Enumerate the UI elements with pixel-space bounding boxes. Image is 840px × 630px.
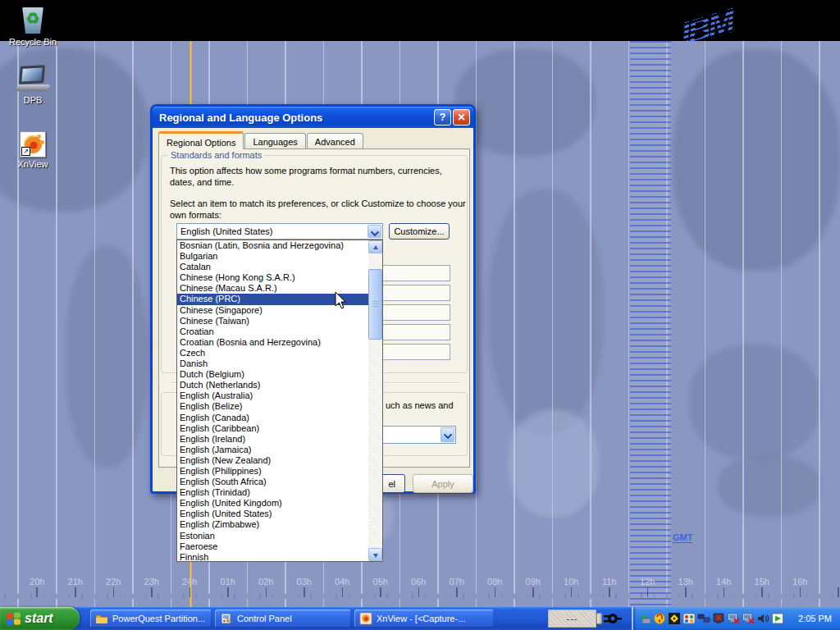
- timezone-label: 07h: [438, 577, 477, 587]
- combobox-dropdown-button[interactable]: [368, 225, 381, 238]
- tray-computer-disconnected-icon[interactable]: [727, 612, 741, 626]
- desktop-icon-recycle-bin[interactable]: ♻ Recycle Bin: [7, 4, 59, 47]
- language-list-item[interactable]: English (Belize): [177, 401, 368, 412]
- xnview-icon[interactable]: ↗: [20, 131, 46, 158]
- tray-network-computers-icon[interactable]: [697, 612, 711, 626]
- help-button[interactable]: ?: [434, 109, 451, 126]
- language-list-item[interactable]: Finnish: [177, 552, 368, 561]
- desktop-icon-dpb[interactable]: DPB: [7, 64, 59, 105]
- language-list-item[interactable]: English (Trinidad): [177, 487, 368, 498]
- location-text-fragment: uch as news and: [386, 400, 463, 412]
- apply-button: Apply: [413, 474, 473, 493]
- xnview-ray: [40, 140, 44, 144]
- tab-regional-options[interactable]: Regional Options: [158, 131, 244, 149]
- timezone-label: 04h: [323, 577, 362, 587]
- language-list-item[interactable]: Bulgarian: [177, 251, 368, 262]
- format-combobox-value: English (United States): [177, 226, 367, 236]
- task-label: Control Panel: [237, 614, 292, 623]
- language-list-item[interactable]: English (Ireland): [177, 434, 368, 445]
- timezone-label: 20h: [18, 577, 57, 587]
- timezone-label: 12h: [628, 577, 667, 587]
- scrollbar-thumb[interactable]: [368, 269, 382, 340]
- icon-label: XnView: [7, 159, 59, 169]
- windows-flag-icon: [7, 612, 21, 626]
- language-list-item[interactable]: Czech: [177, 348, 368, 358]
- laptop-icon[interactable]: [15, 64, 51, 94]
- dialog-title: Regional and Language Options: [159, 112, 322, 124]
- start-label: start: [25, 611, 53, 626]
- group-title: Standards and formats: [168, 150, 264, 160]
- task-button-powerquest[interactable]: PowerQuest Partition...: [90, 609, 212, 628]
- dialog-titlebar[interactable]: Regional and Language Options ? ✕: [153, 107, 473, 128]
- regional-and-language-options-dialog: Regional and Language Options ? ✕ Region…: [150, 104, 476, 494]
- language-list-item[interactable]: English (Canada): [177, 413, 368, 423]
- timezone-label: 03h: [285, 577, 324, 587]
- timezone-label: 22h: [94, 577, 133, 587]
- timezone-label: 08h: [476, 577, 514, 587]
- close-button[interactable]: ✕: [453, 109, 470, 126]
- language-list-item[interactable]: English (Zimbabwe): [177, 519, 368, 530]
- tray-display-play-icon[interactable]: [771, 612, 785, 626]
- taskbar-clock[interactable]: 2:05 PM: [798, 614, 832, 623]
- language-list-item[interactable]: Estonian: [177, 531, 368, 541]
- language-list-item[interactable]: English (Australia): [177, 390, 368, 401]
- scroll-down-button[interactable]: [368, 548, 382, 561]
- language-list-item[interactable]: Catalan: [177, 262, 368, 272]
- scroll-up-button[interactable]: [368, 240, 382, 253]
- language-list-item[interactable]: Faeroese: [177, 541, 368, 552]
- desktop-icon-xnview[interactable]: ↗ XnView: [7, 131, 59, 169]
- deskband-handle[interactable]: [596, 613, 602, 624]
- language-list-item[interactable]: English (United Kingdom): [177, 498, 368, 509]
- language-list-item[interactable]: Dutch (Netherlands): [177, 380, 368, 390]
- language-list-item[interactable]: English (Jamaica): [177, 445, 368, 455]
- language-list-item[interactable]: Bosnian (Latin, Bosnia and Herzegovina): [177, 240, 368, 251]
- language-list-item[interactable]: Croatian: [177, 326, 368, 337]
- standards-instruction: Select an item to match its preferences,…: [170, 199, 467, 221]
- timezone-label: 01h: [209, 577, 248, 587]
- task-button-xnview[interactable]: XnView - [<Capture-...: [354, 609, 494, 628]
- start-button[interactable]: start: [0, 607, 80, 630]
- customize-button[interactable]: Customize...: [389, 223, 450, 240]
- timezone-label: 15h: [743, 577, 782, 587]
- language-list-item[interactable]: English (South Africa): [177, 477, 368, 487]
- control-panel-icon: [220, 612, 233, 625]
- tray-yellow-round-status-icon[interactable]: [653, 612, 667, 626]
- language-list-item[interactable]: Danish: [177, 358, 368, 369]
- combobox-dropdown-button[interactable]: [441, 427, 454, 442]
- tab-advanced[interactable]: Advanced: [307, 133, 363, 148]
- tray-volume-icon[interactable]: [756, 612, 770, 626]
- recycle-symbol: ♻: [19, 9, 47, 28]
- format-combobox[interactable]: English (United States): [176, 223, 383, 240]
- gmt-meridian-band: [630, 41, 671, 607]
- task-button-control-panel[interactable]: Control Panel: [215, 609, 351, 628]
- language-list-item[interactable]: Croatian (Bosnia and Herzegovina): [177, 337, 368, 348]
- language-list-item[interactable]: Chinese (Hong Kong S.A.R.): [177, 272, 368, 283]
- deskband[interactable]: ---: [548, 609, 596, 628]
- list-scrollbar[interactable]: [368, 240, 382, 561]
- language-items: Bosnian (Latin, Bosnia and Herzegovina)B…: [177, 240, 368, 561]
- tray-hardware-eject-icon[interactable]: [638, 612, 652, 626]
- language-dropdown-list[interactable]: Bosnian (Latin, Bosnia and Herzegovina)B…: [176, 240, 383, 562]
- recycle-bin-icon[interactable]: ♻: [19, 4, 47, 35]
- language-list-item[interactable]: English (Philippines): [177, 466, 368, 477]
- timezone-label: 13h: [667, 577, 705, 587]
- tray-computer-disconnected-icon-2[interactable]: [742, 612, 756, 626]
- gmt-label: GMT: [673, 532, 692, 543]
- laptop-screen: [19, 65, 45, 84]
- language-list-item[interactable]: English (New Zealand): [177, 455, 368, 466]
- tab-languages[interactable]: Languages: [244, 133, 305, 148]
- tray-yellow-diamond-utility-icon[interactable]: [668, 612, 682, 626]
- system-tray: 2:05 PM: [632, 607, 840, 630]
- language-list-item[interactable]: Dutch (Belgium): [177, 369, 368, 380]
- tray-colored-dots-utility-icon[interactable]: [682, 612, 696, 626]
- laptop-base: [15, 84, 51, 91]
- language-list-item[interactable]: English (Caribbean): [177, 423, 368, 434]
- power-connector-icon[interactable]: [604, 611, 622, 629]
- timezone-label: 16h: [781, 577, 819, 587]
- timezone-minor-ticks: [0, 594, 840, 599]
- language-list-item[interactable]: Chinese (Taiwan): [177, 316, 368, 326]
- icon-label: DPB: [7, 95, 59, 105]
- language-list-item[interactable]: English (United States): [177, 509, 368, 519]
- taskbar: start PowerQuest Partition... Control Pa…: [0, 607, 840, 630]
- tray-dark-red-x-icon[interactable]: [712, 612, 726, 626]
